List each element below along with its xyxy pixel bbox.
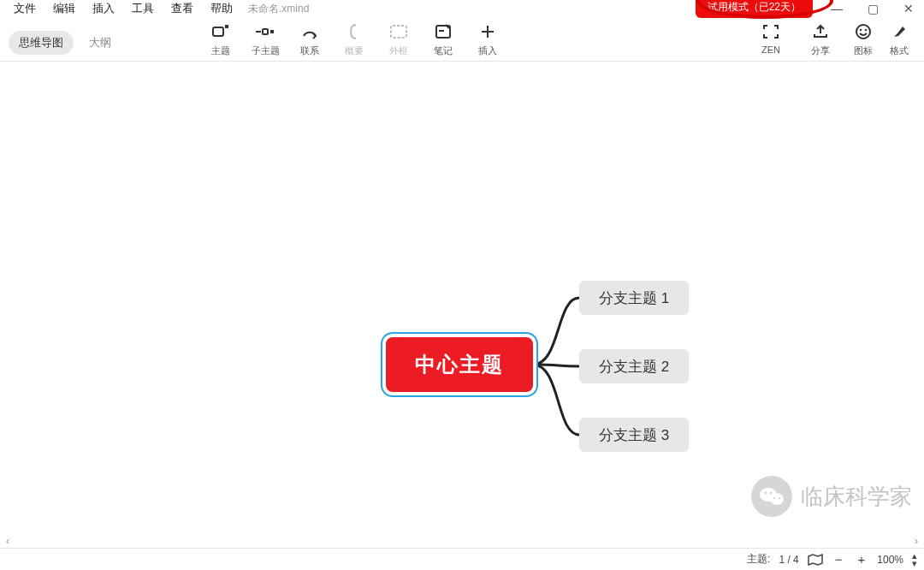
branch-topic-3[interactable]: 分支主题 3 (579, 418, 689, 452)
tool-summary: 概要 (332, 21, 376, 57)
svg-rect-3 (263, 29, 268, 34)
tool-subtopic[interactable]: 子主题 (243, 21, 287, 57)
svg-point-17 (773, 497, 775, 499)
tool-format[interactable]: 格式 (881, 21, 917, 57)
tool-group-right: ZEN 分享 图标 格式 (746, 21, 917, 57)
svg-point-18 (779, 497, 780, 499)
zoom-in[interactable]: + (855, 552, 869, 567)
window-maximize[interactable]: ▢ (862, 2, 883, 15)
svg-rect-1 (225, 25, 228, 28)
toolbar: 思维导图 大纲 主题 子主题 联系 概要 (0, 17, 924, 62)
tool-label: 笔记 (421, 45, 465, 57)
topic-icon (198, 21, 243, 43)
svg-point-15 (765, 492, 767, 495)
central-topic[interactable]: 中心主题 (386, 337, 533, 392)
mind-map: 中心主题 分支主题 1 分支主题 2 分支主题 3 (0, 62, 924, 548)
hscroll-left[interactable]: ‹ (0, 534, 15, 548)
tool-label: 分享 (796, 45, 845, 57)
tool-label: 子主题 (243, 45, 287, 57)
menu-tools[interactable]: 工具 (123, 0, 163, 18)
boundary-icon (376, 21, 421, 43)
tool-label: 概要 (332, 45, 376, 57)
zoom-out[interactable]: − (832, 552, 846, 567)
statusbar: 主题: 1 / 4 − + 100% ▴▾ (0, 548, 924, 570)
menu-edit[interactable]: 编辑 (44, 0, 84, 18)
tool-group-main: 主题 子主题 联系 概要 外框 (198, 21, 510, 57)
watermark-text: 临床科学家 (801, 482, 912, 512)
tool-notes[interactable]: 笔记 (421, 21, 465, 57)
tool-label: 格式 (881, 45, 917, 57)
window-controls: — ▢ ✕ (826, 0, 919, 17)
svg-rect-2 (256, 31, 261, 33)
menu-file[interactable]: 文件 (5, 0, 44, 18)
map-overview-icon[interactable] (808, 554, 823, 566)
zoom-stepper-icon[interactable]: ▴▾ (912, 552, 917, 567)
brush-icon (881, 21, 917, 43)
tool-group-panel: 图标 格式 (845, 21, 917, 57)
tool-label: ZEN (746, 45, 796, 55)
view-tabs: 思维导图 大纲 (9, 31, 121, 55)
trial-badge[interactable]: 试用模式（已22天） (696, 0, 813, 18)
connectors (0, 62, 924, 548)
tool-relationship[interactable]: 联系 (287, 21, 332, 57)
tool-label: 图标 (845, 45, 881, 57)
menubar: 文件 编辑 插入 工具 查看 帮助 未命名.xmind 试用模式（已22天） —… (0, 0, 924, 17)
tab-mindmap[interactable]: 思维导图 (9, 31, 74, 55)
document-title: 未命名.xmind (248, 2, 309, 16)
share-icon (796, 21, 845, 43)
svg-rect-5 (391, 26, 406, 38)
svg-point-14 (770, 493, 784, 505)
window-close[interactable]: ✕ (898, 2, 919, 15)
tool-zen[interactable]: ZEN (746, 21, 796, 55)
summary-icon (332, 21, 376, 43)
relationship-icon (287, 21, 332, 43)
branch-topic-1[interactable]: 分支主题 1 (579, 281, 689, 315)
svg-point-16 (770, 492, 773, 495)
svg-point-11 (860, 29, 862, 31)
svg-rect-0 (213, 27, 223, 36)
zoom-level[interactable]: 100% (877, 554, 903, 566)
topic-count-label: 主题: (747, 552, 770, 567)
tool-label: 主题 (198, 45, 243, 57)
zen-icon (746, 21, 796, 43)
tool-share[interactable]: 分享 (796, 21, 845, 57)
svg-point-10 (856, 25, 870, 39)
tool-label: 联系 (287, 45, 332, 57)
svg-point-12 (865, 29, 867, 31)
menu-insert[interactable]: 插入 (84, 0, 123, 18)
notes-icon (421, 21, 465, 43)
tool-label: 外框 (376, 45, 421, 57)
menu-help[interactable]: 帮助 (202, 0, 241, 18)
svg-rect-4 (270, 30, 274, 33)
smile-icon (845, 21, 881, 43)
tool-boundary: 外框 (376, 21, 421, 57)
tool-label: 插入 (465, 45, 510, 57)
subtopic-icon (243, 21, 287, 43)
menu-view[interactable]: 查看 (163, 0, 202, 18)
watermark: 临床科学家 (751, 476, 912, 517)
hscroll-right[interactable]: › (909, 534, 924, 548)
wechat-icon (751, 476, 792, 517)
tool-topic[interactable]: 主题 (198, 21, 243, 57)
tab-outline[interactable]: 大纲 (79, 31, 121, 55)
window-minimize[interactable]: — (826, 2, 847, 15)
canvas[interactable]: 中心主题 分支主题 1 分支主题 2 分支主题 3 临床科学家 (0, 62, 924, 548)
topic-count: 1 / 4 (779, 554, 798, 566)
insert-icon (465, 21, 510, 43)
tool-insert[interactable]: 插入 (465, 21, 510, 57)
branch-topic-2[interactable]: 分支主题 2 (579, 349, 689, 383)
tool-iconset[interactable]: 图标 (845, 21, 881, 57)
